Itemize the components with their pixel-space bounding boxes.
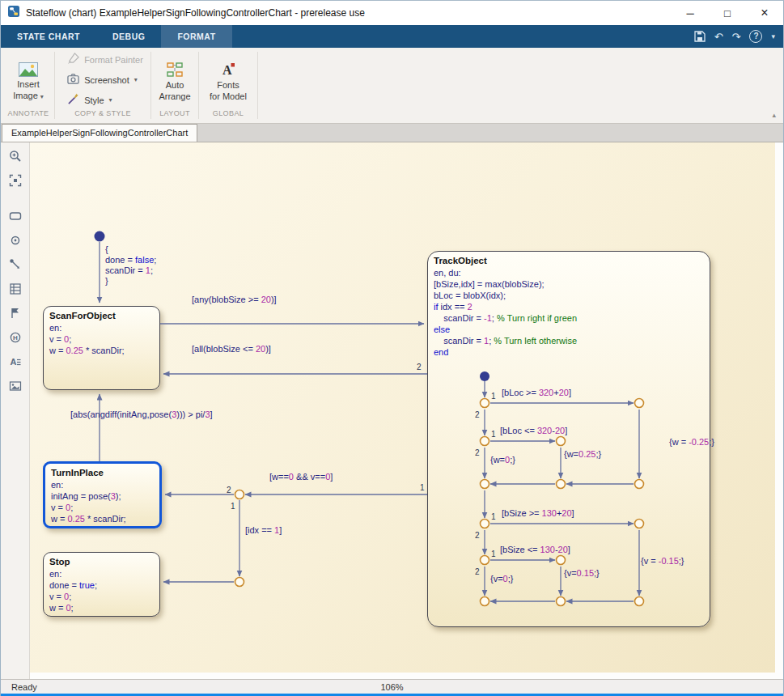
document-tab[interactable]: ExampleHelperSignFollowingControllerChar… <box>2 124 197 142</box>
state-stop[interactable]: Stop en:done = true;v = 0;w = 0; <box>43 552 160 617</box>
title-bar: Stateflow (chart) ExampleHelperSignFollo… <box>1 1 783 25</box>
zoom-in-icon[interactable] <box>5 146 26 166</box>
transition-order-number[interactable]: 2 <box>475 410 480 419</box>
default-transition-tool-icon[interactable] <box>5 255 26 274</box>
format-painter-icon <box>67 53 79 66</box>
fonts-for-model-button[interactable]: A Fonts for Model <box>206 56 251 104</box>
connective-junction-tool-icon[interactable] <box>5 231 26 250</box>
transition-label-all-blob[interactable]: [all(blobSize <= 20)] <box>192 344 271 354</box>
close-icon: × <box>761 6 768 20</box>
transition-label-v-neg[interactable]: {v = -0.15;} <box>641 556 684 567</box>
transition-order-number[interactable]: 1 <box>491 430 496 439</box>
undo-button[interactable]: ↶ <box>714 32 723 42</box>
transition-order-number[interactable]: 2 <box>475 531 480 540</box>
collapse-ribbon-icon: ▴ <box>772 111 776 119</box>
format-painter-button[interactable]: Format Painter <box>67 53 143 66</box>
state-body: en:done = true;v = 0;w = 0; <box>44 568 159 613</box>
ribbon-group-annotate: Insert Image ▾ ANNOTATE <box>2 48 54 123</box>
transition-order-number[interactable]: 2 <box>227 486 231 494</box>
fonts-icon: A <box>220 58 236 78</box>
transition-order-number[interactable]: 2 <box>475 448 480 457</box>
transition-label-angdiff[interactable]: [abs(angdiff(initAng,pose(3))) > pi/3] <box>70 410 213 420</box>
transition-label-w-neg[interactable]: {w = -0.25;} <box>669 437 714 448</box>
transition-label-v-pos[interactable]: {v=0.15;} <box>564 568 600 579</box>
status-text: Ready <box>1 682 37 692</box>
transition-order-number[interactable]: 1 <box>420 483 425 492</box>
style-label: Style <box>84 95 104 105</box>
redo-button[interactable]: ↷ <box>732 32 741 42</box>
collapse-ribbon-button[interactable]: ▴ <box>772 111 776 119</box>
state-tool-icon[interactable] <box>5 206 26 226</box>
transition-order-number[interactable]: 2 <box>417 363 422 371</box>
image-tool-icon[interactable] <box>5 376 26 396</box>
maximize-button[interactable]: □ <box>709 1 746 25</box>
auto-arrange-button[interactable]: Auto Arrange <box>155 56 194 104</box>
caret-down-icon: ▾ <box>40 93 44 100</box>
transition-order-number[interactable]: 1 <box>231 502 235 511</box>
state-turninplace[interactable]: TurnInPlace en:initAng = pose(3);v = 0;w… <box>43 461 162 528</box>
transition-label-bloc-ge[interactable]: [bLoc >= 320+20] <box>502 388 571 398</box>
transition-label-w-zero[interactable]: {w=0;} <box>490 455 515 465</box>
fonts-label-1: Fonts <box>217 80 239 91</box>
insert-image-button[interactable]: Insert Image ▾ <box>9 55 48 104</box>
transition-label-v-zero[interactable]: {v=0;} <box>490 574 513 584</box>
initial-state-dot[interactable] <box>95 231 105 242</box>
transition-label-idx-one[interactable]: [idx == 1] <box>245 525 282 536</box>
group-label-annotate: ANNOTATE <box>2 109 54 123</box>
transition-label-bloc-le[interactable]: [bLoc <= 320-20] <box>500 426 567 436</box>
insert-image-label-1: Insert <box>17 79 40 90</box>
redo-icon: ↷ <box>732 32 741 42</box>
transition-label-bsize-le[interactable]: [bSize <= 130-20] <box>500 545 570 555</box>
transition-label-w-pos[interactable]: {w=0.25;} <box>564 449 601 460</box>
state-name: Stop <box>44 553 159 568</box>
document-tab-bar: ExampleHelperSignFollowingControllerChar… <box>1 124 783 142</box>
simulink-function-tool-icon[interactable] <box>5 303 26 323</box>
transition-label-wv-zero[interactable]: [w==0 && v==0] <box>269 472 333 482</box>
connective-junction[interactable] <box>235 490 244 499</box>
state-name: TurnInPlace <box>45 464 159 479</box>
screenshot-button[interactable]: Screenshot ▾ <box>67 73 138 87</box>
insert-image-label-2: Image ▾ <box>13 91 44 102</box>
truth-table-tool-icon[interactable] <box>5 279 26 299</box>
camera-icon <box>67 73 79 87</box>
history-junction-tool-icon[interactable]: H <box>5 328 26 347</box>
transition-label-init-action[interactable]: {done = false;scanDir = 1;} <box>105 244 156 286</box>
transition-label-any-blob[interactable]: [any(blobSize >= 20)] <box>192 295 277 305</box>
transition-order-number[interactable]: 1 <box>491 550 496 558</box>
svg-text:A: A <box>10 357 16 367</box>
style-button[interactable]: Style ▾ <box>67 93 112 107</box>
auto-arrange-icon <box>166 58 184 78</box>
chart-canvas[interactable]: ScanForObject en:v = 0;w = 0.25 * scanDi… <box>30 142 775 673</box>
transition-order-number[interactable]: 1 <box>491 392 496 401</box>
caret-down-icon: ▾ <box>134 76 138 83</box>
toolbar-menu-button[interactable]: ▾ <box>771 33 775 40</box>
state-body: en:initAng = pose(3);v = 0;w = 0.25 * sc… <box>45 479 159 524</box>
tab-format[interactable]: FORMAT <box>161 25 231 48</box>
connective-junction[interactable] <box>235 578 244 587</box>
annotation-tool-icon[interactable]: A <box>5 352 26 371</box>
transition-order-number[interactable]: 1 <box>491 512 496 521</box>
close-button[interactable]: × <box>746 1 783 25</box>
save-button[interactable] <box>694 31 706 42</box>
canvas-area: ScanForObject en:v = 0;w = 0.25 * scanDi… <box>30 142 783 679</box>
state-name: ScanForObject <box>44 307 159 322</box>
group-separator <box>257 52 258 119</box>
svg-text:H: H <box>13 334 18 342</box>
state-body: en:v = 0;w = 0.25 * scanDir; <box>44 322 159 356</box>
transition-label-bsize-ge[interactable]: [bSize >= 130+20] <box>502 508 574 519</box>
auto-arrange-label-1: Auto <box>166 80 184 91</box>
transition-order-number[interactable]: 2 <box>475 567 480 576</box>
ribbon-tab-bar: STATE CHART DEBUG FORMAT ↶ ↷ ? ▾ <box>1 25 783 48</box>
help-button[interactable]: ? <box>749 30 762 43</box>
ribbon: Insert Image ▾ ANNOTATE Format Painter <box>1 48 783 124</box>
minimize-button[interactable]: ─ <box>672 1 709 25</box>
ribbon-group-layout: Auto Arrange LAYOUT <box>151 48 198 123</box>
status-bar: Ready 106% <box>1 679 783 694</box>
ribbon-group-global: A Fonts for Model GLOBAL <box>199 48 257 123</box>
caret-down-icon: ▾ <box>771 33 775 40</box>
tab-state-chart[interactable]: STATE CHART <box>1 25 96 48</box>
tab-debug[interactable]: DEBUG <box>96 25 161 48</box>
state-scanforobject[interactable]: ScanForObject en:v = 0;w = 0.25 * scanDi… <box>43 306 160 390</box>
group-label-copy-style: COPY & STYLE <box>55 109 150 123</box>
fit-to-view-icon[interactable] <box>5 171 26 190</box>
